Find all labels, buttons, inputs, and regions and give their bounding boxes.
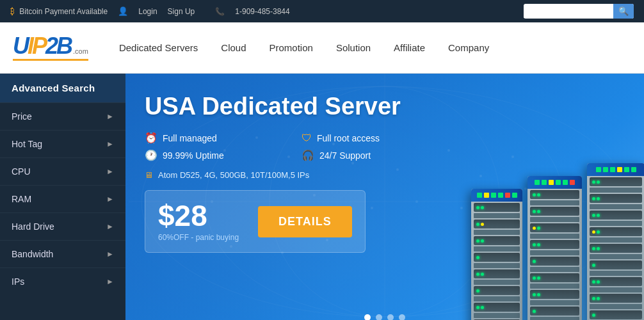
svg-point-10 xyxy=(351,162,354,164)
search-bar[interactable]: 🔍 xyxy=(524,4,634,19)
signup-link[interactable]: Sign Up xyxy=(168,7,195,16)
chevron-right-icon: ► xyxy=(106,140,114,148)
dot-4[interactable] xyxy=(399,314,405,320)
header: UIP2B .com Dedicated Servers Cloud Promo… xyxy=(0,22,644,74)
sidebar-item-hard-drive[interactable]: Hard Drive ► xyxy=(0,212,125,240)
login-link[interactable]: Login xyxy=(138,7,157,16)
nav-company[interactable]: Company xyxy=(437,37,501,58)
chevron-right-icon: ► xyxy=(106,250,114,259)
sidebar-item-ram[interactable]: RAM ► xyxy=(0,185,125,212)
logo-text: UIP2B xyxy=(13,35,71,58)
main-nav: Dedicated Servers Cloud Promotion Soluti… xyxy=(108,37,501,58)
svg-point-12 xyxy=(447,149,450,152)
svg-point-20 xyxy=(460,207,463,209)
uptime-icon: 🕐 xyxy=(145,149,157,161)
sidebar-item-cpu[interactable]: CPU ► xyxy=(0,157,125,185)
hero-banner: USA Dedicated Server ⏰ Full managed 🛡 Fu… xyxy=(125,74,644,320)
feature-full-root: 🛡 Full root access xyxy=(302,132,439,144)
server-rack-2 xyxy=(527,176,582,320)
hero-spec: 🖥 Atom D525, 4G, 500GB, 10T/100M,5 IPs xyxy=(145,170,625,180)
phone-number: 1-909-485-3844 xyxy=(235,7,289,16)
nav-affiliate[interactable]: Affiliate xyxy=(382,37,437,58)
bitcoin-icon xyxy=(10,7,17,16)
feature-full-managed: ⏰ Full managed xyxy=(145,132,282,144)
chevron-right-icon: ► xyxy=(106,112,114,121)
spec-icon: 🖥 xyxy=(145,170,153,180)
sidebar-title: Advanced Search xyxy=(0,74,125,102)
sidebar: Advanced Search Price ► Hot Tag ► CPU ► … xyxy=(0,74,125,320)
details-button[interactable]: DETAILS xyxy=(258,206,352,237)
sidebar-item-hot-tag[interactable]: Hot Tag ► xyxy=(0,130,125,157)
dot-3[interactable] xyxy=(387,314,394,320)
top-bar: Bitcoin Payment Available Login Sign Up … xyxy=(0,0,644,22)
hero-price-block: $28 60%OFF - panic buying xyxy=(158,201,239,242)
support-icon: 🎧 xyxy=(302,149,314,161)
svg-point-19 xyxy=(415,200,418,203)
chevron-right-icon: ► xyxy=(106,277,114,286)
logo[interactable]: UIP2B .com xyxy=(13,35,88,61)
search-input[interactable] xyxy=(524,5,613,18)
server-rack-1 xyxy=(471,189,522,320)
user-icon xyxy=(118,6,128,16)
dot-1[interactable] xyxy=(364,314,371,320)
chevron-right-icon: ► xyxy=(106,167,114,176)
nav-cloud[interactable]: Cloud xyxy=(209,37,257,58)
sidebar-item-ips[interactable]: IPs ► xyxy=(0,268,125,295)
hero-features: ⏰ Full managed 🛡 Full root access 🕐 99.9… xyxy=(145,132,439,161)
logo-underline xyxy=(13,59,88,61)
svg-point-18 xyxy=(371,207,373,209)
hero-cta: $28 60%OFF - panic buying DETAILS xyxy=(145,190,366,253)
nav-solution[interactable]: Solution xyxy=(325,37,382,58)
phone-icon xyxy=(215,7,225,16)
feature-uptime: 🕐 99.99% Uptime xyxy=(145,149,282,161)
chevron-right-icon: ► xyxy=(106,222,114,231)
logo-com: .com xyxy=(73,47,88,55)
hero-title: USA Dedicated Server xyxy=(145,93,625,120)
feature-support: 🎧 24/7 Support xyxy=(302,149,439,161)
main-content: Advanced Search Price ► Hot Tag ► CPU ► … xyxy=(0,74,644,320)
server-rack-3 xyxy=(587,163,644,320)
dot-2[interactable] xyxy=(376,314,382,320)
nav-dedicated-servers[interactable]: Dedicated Servers xyxy=(108,37,209,58)
search-button[interactable]: 🔍 xyxy=(613,4,634,19)
hero-discount: 60%OFF - panic buying xyxy=(158,233,239,242)
sidebar-item-bandwidth[interactable]: Bandwidth ► xyxy=(0,240,125,268)
nav-promotion[interactable]: Promotion xyxy=(258,37,325,58)
shield-icon: 🛡 xyxy=(302,132,312,144)
clock-icon: ⏰ xyxy=(145,132,157,144)
chevron-right-icon: ► xyxy=(106,195,114,204)
sidebar-item-price[interactable]: Price ► xyxy=(0,102,125,130)
hero-price: $28 xyxy=(158,201,239,230)
hero-dots xyxy=(364,314,405,320)
bitcoin-notice: Bitcoin Payment Available xyxy=(10,6,108,16)
server-racks xyxy=(471,86,644,320)
